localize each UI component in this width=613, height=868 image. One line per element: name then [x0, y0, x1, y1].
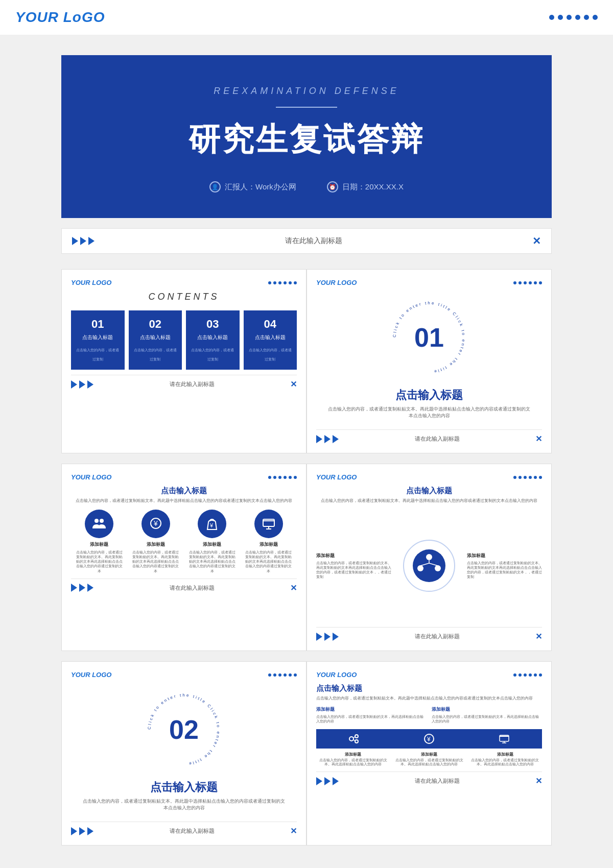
- bottom-label-2: 添加标题: [421, 752, 437, 757]
- slide-contents: YOUR LOGO CONTENTS 01 点击输入标题 点击输入您的内容，或者…: [61, 269, 306, 453]
- card-dots-contents: [268, 281, 297, 284]
- dot-6: [593, 15, 598, 20]
- dot-5: [584, 15, 589, 20]
- section02-title[interactable]: 点击输入标题: [150, 780, 218, 795]
- close-icon-1[interactable]: ✕: [532, 235, 541, 247]
- section02-num: 02: [169, 714, 199, 745]
- bottom-icon-box-2: 添加标题 点击输入您的内容，或者通过复制粘贴的文本。再此选择粘贴点击输入您的内容: [392, 752, 466, 767]
- content-desc-4: 点击输入您的内容，或者通过复制: [249, 348, 292, 361]
- tworow-title[interactable]: 点击输入标题: [316, 684, 542, 693]
- date-icon: ⏰: [327, 181, 338, 192]
- card-close-contents[interactable]: ✕: [290, 379, 297, 389]
- icon-label-bag: 添加标题: [203, 541, 221, 548]
- svg-text:¥: ¥: [153, 519, 158, 527]
- content-box-4[interactable]: 04 点击输入标题 点击输入您的内容，或者通过复制: [244, 310, 297, 370]
- section01-num: 01: [414, 322, 444, 353]
- card-dots-icons: [268, 476, 297, 479]
- reporter-icon: 👤: [209, 181, 221, 192]
- bottom-bar-icon-2: ¥: [391, 729, 466, 749]
- svg-line-23: [353, 740, 355, 741]
- top-item-label-2: 添加标题: [432, 706, 542, 713]
- date-meta: ⏰ 日期：20XX.XX.X: [327, 181, 404, 192]
- contents-title: CONTENTS: [71, 292, 297, 302]
- card-subtitle-sec01[interactable]: 请在此输入副标题: [415, 435, 460, 443]
- circle-num-01: 01: [388, 297, 470, 378]
- subtitle-en: REEXAMINATION DEFENSE: [102, 86, 511, 97]
- section01-content: Click to enter the title Click to enter …: [316, 292, 542, 424]
- slide-section02: YOUR LOGO Clic: [61, 661, 306, 846]
- card-subtitle-bar-sec01: 请在此输入副标题 ✕: [316, 429, 542, 444]
- section01-title[interactable]: 点击输入标题: [395, 388, 463, 403]
- card-close-sec02[interactable]: ✕: [290, 826, 297, 836]
- svg-rect-27: [500, 736, 509, 737]
- content-num-3: 03: [190, 318, 235, 331]
- arrow-1: [72, 237, 78, 245]
- card-logo-contents: YOUR LOGO: [71, 279, 111, 286]
- card-dots-sec02: [268, 673, 297, 677]
- top-items-row: 添加标题 点击输入您的内容，或者通过复制粘贴的文本，再此选择粘贴点击输入您的内容…: [316, 706, 542, 724]
- card-subtitle-chart[interactable]: 请在此输入副标题: [415, 633, 460, 640]
- section01-circle: Click to enter the title Click to enter …: [388, 297, 470, 378]
- svg-line-22: [353, 737, 355, 738]
- card-logo-icons: YOUR LOGO: [71, 473, 111, 481]
- arrow-3: [88, 237, 95, 245]
- content-box-1[interactable]: 01 点击输入标题 点击输入您的内容，或者通过复制: [71, 310, 125, 370]
- icon-label-monitor: 添加标题: [260, 541, 278, 548]
- chart-title[interactable]: 点击输入标题: [316, 486, 542, 496]
- card-arrows-sec01: [316, 435, 339, 443]
- dot-3: [567, 15, 572, 20]
- monitor-icon: [261, 516, 276, 532]
- reporter-meta: 👤 汇报人：Work办公网: [209, 181, 296, 192]
- icon-circle-people: [85, 510, 113, 538]
- icon-item-monitor: 添加标题 点击输入您的内容，或者通过复制粘贴的文本。再此复制粘贴的文本再此选择粘…: [244, 510, 293, 573]
- card-arrows-sec02: [71, 827, 93, 835]
- dot-4: [575, 15, 580, 20]
- card-close-chart[interactable]: ✕: [535, 632, 542, 641]
- card-header-tworow: YOUR LOGO: [316, 671, 542, 679]
- svg-point-2: [100, 519, 104, 523]
- content-num-2: 02: [133, 318, 178, 331]
- top-item-2: 添加标题 点击输入您的内容，或者通过复制粘贴的文本，再此选择粘贴点击输入您的内容: [432, 706, 542, 724]
- content-desc-2: 点击输入您的内容，或者通过复制: [134, 348, 177, 361]
- section01-desc: 点击输入您的内容，或者通过复制粘贴文本。再此题中选择粘贴点击输入您的内容或者通过…: [316, 406, 542, 420]
- reporter-label: 汇报人：Work办公网: [225, 182, 296, 192]
- top-item-1: 添加标题 点击输入您的内容，或者通过复制粘贴的文本，再此选择粘贴点击输入您的内容: [316, 706, 427, 724]
- card-arrows-chart: [316, 633, 339, 641]
- bottom-icon-box-3: 添加标题 点击输入您的内容，或者通过复制粘贴的文本。再此选择粘贴点击输入您的内容: [468, 752, 542, 767]
- money-icon: ¥: [148, 516, 163, 532]
- card-arrows-contents: [71, 380, 93, 389]
- content-title-2: 点击输入标题: [133, 334, 178, 341]
- top-item-label-1: 添加标题: [316, 706, 427, 713]
- card-close-sec01[interactable]: ✕: [535, 434, 542, 444]
- card-logo-sec02: YOUR LOGO: [71, 671, 111, 679]
- content-num-4: 04: [248, 318, 293, 331]
- bottom-desc-3: 点击输入您的内容，或者通过复制粘贴的文本。再此选择粘贴点击输入您的内容: [468, 758, 542, 767]
- card-subtitle-bar-chart: 请在此输入副标题 ✕: [316, 627, 542, 641]
- card-dots-sec01: [513, 281, 542, 284]
- contents-grid: 01 点击输入标题 点击输入您的内容，或者通过复制 02 点击输入标题 点击输入…: [71, 310, 297, 370]
- card-close-icons[interactable]: ✕: [290, 583, 297, 593]
- chart-content: 添加标题 点击输入您的内容，或者通过复制粘贴的文本。再此复制粘贴的文本再此选择粘…: [316, 510, 542, 622]
- chart-desc: 点击输入您的内容，或者通过复制粘贴文本。再此题中选择粘贴点击输入您的内容或者通过…: [316, 498, 542, 503]
- card-subtitle-icons[interactable]: 请在此输入副标题: [170, 584, 215, 592]
- card-header-chart: YOUR LOGO: [316, 473, 542, 481]
- bottom-bar-icon-3: [467, 729, 542, 749]
- card-subtitle-contents[interactable]: 请在此输入副标题: [170, 380, 215, 388]
- card-header-sec02: YOUR LOGO: [71, 671, 297, 679]
- card-subtitle-bar-tworow: 请在此输入副标题 ✕: [316, 771, 542, 786]
- card-subtitle-sec02[interactable]: 请在此输入副标题: [170, 827, 215, 835]
- card-subtitle-tworow[interactable]: 请在此输入副标题: [415, 777, 460, 785]
- bottom-items-row: 添加标题 点击输入您的内容，或者通过复制粘贴的文本。再此选择粘贴点击输入您的内容…: [316, 752, 542, 767]
- subtitle-text-1[interactable]: 请在此输入副标题: [285, 236, 342, 246]
- content-box-2[interactable]: 02 点击输入标题 点击输入您的内容，或者通过复制: [129, 310, 182, 370]
- icons-row: 添加标题 点击输入您的内容，或者通过复制粘贴的文本。再此复制粘贴的文本再此选择粘…: [71, 510, 297, 573]
- meta-row: 👤 汇报人：Work办公网 ⏰ 日期：20XX.XX.X: [102, 181, 511, 192]
- bottom-desc-1: 点击输入您的内容，或者通过复制粘贴的文本。再此选择粘贴点击输入您的内容: [316, 758, 390, 767]
- content-box-3[interactable]: 03 点击输入标题 点击输入您的内容，或者通过复制: [186, 310, 240, 370]
- icon-circle-bag: ¥: [198, 510, 226, 538]
- chart-right: 添加标题 点击输入您的内容，或者通过复制粘贴的文本。再此复制粘贴的文本再此选择粘…: [467, 552, 542, 579]
- card-close-tworow[interactable]: ✕: [535, 776, 542, 786]
- top-header: YOUR LoGO: [0, 0, 613, 35]
- icon-desc-monitor: 点击输入您的内容，或者通过复制粘贴的文本。再此复制粘贴的文本再此选择粘贴点击点击…: [244, 550, 293, 573]
- icons-title[interactable]: 点击输入标题: [71, 486, 297, 496]
